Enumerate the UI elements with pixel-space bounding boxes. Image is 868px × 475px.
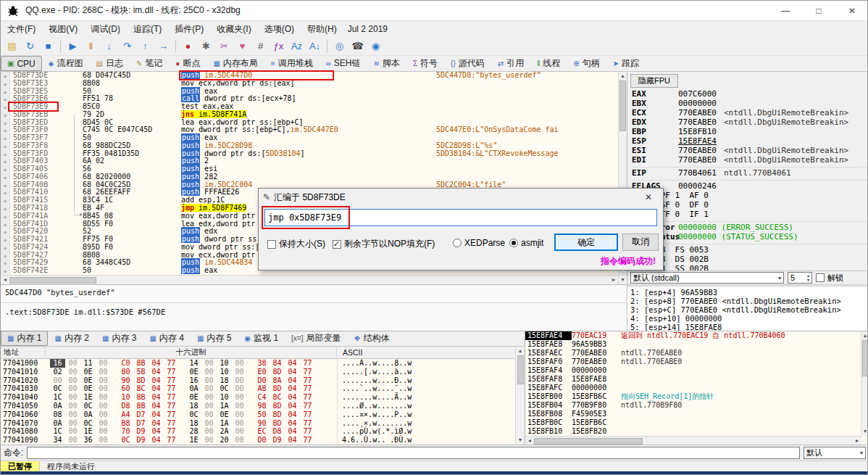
toolbar-button-search[interactable]: ◎ [330,38,349,54]
maximize-button[interactable]: □ [802,1,835,21]
tab-log[interactable]: ▤日志 [90,56,130,71]
command-input[interactable] [27,447,800,459]
register-row[interactable]: EFLAGS00000246 [632,181,868,191]
command-profile-select[interactable]: 默认 ▾ [804,447,866,459]
breakpoint-dot[interactable]: ● [1,142,10,150]
register-row[interactable]: ESP15E8FAE4 [632,136,868,146]
tab-trace[interactable]: ➤跟踪 [606,56,646,71]
scroll-thumb[interactable] [9,277,96,284]
toolbar-button-hash[interactable]: # [251,38,270,54]
toolbar-button-function-fx[interactable]: ƒx [270,38,288,54]
tab-locals[interactable]: [x=]局部变量 [285,331,347,346]
register-row[interactable]: LastStatus00000000 (STATUS_SUCCESS) [632,232,868,241]
disasm-row[interactable]: ●5D8F73EB79 2Djns im.5D8F741A [1,111,618,119]
toolbar-button-sort-az[interactable]: A↓ [306,38,324,54]
tab-struct[interactable]: ❖结构体 [348,331,396,346]
menu-item[interactable]: 帮助(H) [301,21,343,37]
breakpoint-dot[interactable]: ● [1,181,10,189]
toolbar-button-run[interactable]: ▶ [64,38,82,54]
toolbar-button-restart[interactable]: ↻ [21,38,39,54]
ok-button[interactable]: 确定 [554,234,618,251]
arguments-view[interactable]: 1: [esp+4] 96A59BB32: [esp+8] 770EABE0 <… [627,286,868,331]
register-row[interactable]: EDX770EABE0<ntdll.DbgUiRemoteBreakin> [632,117,868,127]
memory-row[interactable]: 77041090340036000CD904771E002000D0D90477… [1,436,525,445]
minimize-button[interactable]: — [769,1,802,21]
hide-fpu-button[interactable]: 隐藏FPU [630,74,678,88]
breakpoint-dot[interactable]: ● [1,134,10,142]
breakpoint-dot[interactable]: ● [1,80,10,88]
breakpoint-dot[interactable]: ● [1,252,10,260]
scroll-thumb[interactable] [619,80,626,131]
stack-row[interactable]: 15E8FB04770B9F80ntdll.770B9F80 [525,401,861,410]
scroll-thumb[interactable] [517,355,524,384]
argument-row[interactable]: 2: [esp+8] 770EABE0 <ntdll.DbgUiRemoteBr… [630,297,867,305]
memory-row[interactable]: 7704101002000E00805B04770E001000E08D0477… [1,368,525,376]
breakpoint-dot[interactable]: ● [1,157,10,165]
menu-item[interactable]: 文件(F) [1,21,42,37]
keep-size-checkbox[interactable]: 保持大小(S) [267,238,325,250]
argument-row[interactable]: 4: [esp+10] 00000000 [630,314,867,323]
menu-item[interactable]: 追踪(T) [127,21,168,37]
close-button[interactable]: ✕ [835,1,868,21]
register-row[interactable]: ESI770EABE0<ntdll.DbgUiRemoteBreakin> [632,146,868,155]
register-row[interactable]: ECX770EABE0<ntdll.DbgUiRemoteBreakin> [632,108,868,117]
close-icon[interactable]: ✕ [638,192,659,202]
tab-symbols[interactable]: Σ符号 [406,56,444,71]
tab-memory[interactable]: ▦内存 1 [1,331,48,346]
argument-row[interactable]: 3: [esp+C] 770EABE0 <ntdll.DbgUiRemoteBr… [630,305,867,314]
scroll-up-icon[interactable]: ▴ [516,347,525,355]
tab-watch[interactable]: ◉监视 1 [238,331,285,346]
stack-row[interactable]: 15E8FB0C15E8FB6C [525,418,861,427]
tab-memory[interactable]: ▦内存 4 [143,331,190,346]
disasm-row[interactable]: ●5D8F74036A 02push 2 [1,157,618,165]
scroll-thumb[interactable] [862,340,868,376]
tab-handles[interactable]: ⊕句柄 [567,56,606,71]
toolbar-button-pause[interactable]: ‖ [82,38,100,54]
breakpoint-dot[interactable]: ● [1,244,10,252]
tab-seh[interactable]: ∞SEH链 [320,56,367,71]
breakpoint-dot[interactable]: ● [1,236,10,244]
tab-memory[interactable]: ▦内存 5 [191,331,238,346]
stack-row[interactable]: 15E8FB08F45905E3 [525,410,861,418]
memory-row[interactable]: 770410500A000C00D88B047718001A00988D0477… [1,402,525,410]
toolbar-button-scissors[interactable]: ✂ [215,38,233,54]
breakpoint-dot[interactable]: ● [1,220,10,228]
register-row[interactable]: EBX00000000 [632,99,868,108]
tab-graph[interactable]: ◈流程图 [42,56,90,71]
breakpoint-dot[interactable]: ● [1,88,10,96]
toolbar-button-phone[interactable]: ☎ [349,38,367,54]
scroll-up-icon[interactable]: ▴ [861,331,868,340]
breakpoint-dot[interactable]: ● [1,205,10,212]
xedparse-radio[interactable]: XEDParse [453,238,505,248]
toolbar-button-open-file[interactable]: ▤ [3,38,21,54]
scroll-down-icon[interactable]: ▾ [619,276,627,284]
toolbar-button-run-to-cursor[interactable]: → [154,38,172,54]
breakpoint-dot[interactable]: ● [1,72,10,80]
breakpoint-dot[interactable]: ● [1,259,10,267]
register-row[interactable]: EAX007C6000 [632,89,868,99]
spinner-arrows-icon[interactable]: ▴▾ [807,273,809,282]
memory-row[interactable]: 770410700A000C00B8D7047718001A00908D0477… [1,419,525,428]
memory-row[interactable]: 770410801C001E0070D9047728002A00ECD80477… [1,427,525,436]
register-row[interactable]: EBP15E8FB10 [632,127,868,136]
stack-row[interactable]: 15E8FAEC770EABE0ntdll.770EABE0 [525,349,861,358]
toolbar-button-breakpoint[interactable]: ● [179,38,197,54]
stack-row[interactable]: 15E8FAF0770EABE0ntdll.770EABE0 [525,358,861,366]
tab-memory[interactable]: ▦内存 3 [96,331,143,346]
stack-row[interactable]: 15E8FB1015E8FB20 [525,427,861,436]
breakpoint-dot[interactable]: ● [1,212,10,220]
arg-count-spinner[interactable]: 5 ▴▾ [788,272,812,284]
cancel-button[interactable]: 取消 [622,234,659,251]
menu-item[interactable]: 调试(D) [84,21,127,37]
register-row[interactable]: EIP770B4061ntdll.770B4061 [632,168,868,178]
toolbar-button-step-out[interactable]: ↑ [136,38,154,54]
memory-dump-pane[interactable]: 地址 十六进制 ASCII 7704100016001100C08B047714… [1,347,525,445]
toolbar-button-step-over[interactable]: ↷ [118,38,136,54]
breakpoint-dot[interactable]: ● [1,126,10,134]
menu-item[interactable]: 插件(P) [168,21,210,37]
breakpoint-dot[interactable]: ● [1,173,10,181]
disasm-row[interactable]: ●5D8F73F0C745 0C E047C45Dmov dword ptr s… [1,126,618,134]
breakpoint-dot[interactable]: ● [1,150,10,158]
tab-breakpoints[interactable]: ●断点 [169,56,206,71]
stack-pane[interactable]: 15E8FAE4770EAC19返回到 ntdll.770EAC19 自 ntd… [525,331,868,445]
